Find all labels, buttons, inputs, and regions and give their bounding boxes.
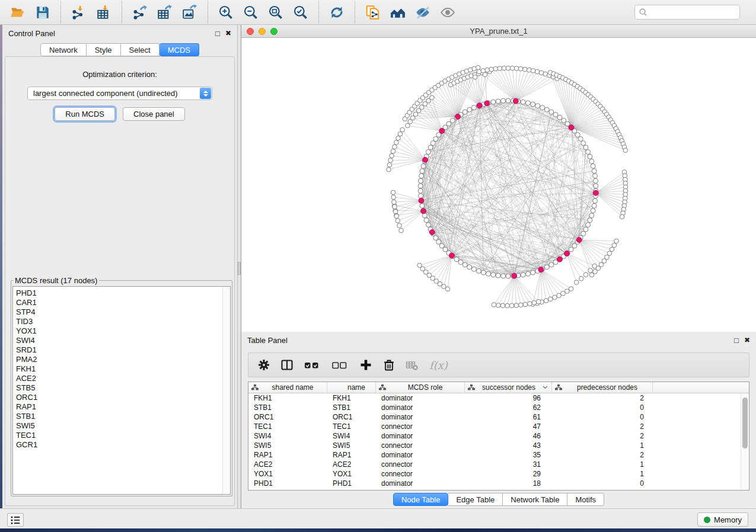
mcds-result-item[interactable]: TID3 xyxy=(16,317,222,326)
splitter-grip[interactable] xyxy=(238,262,241,275)
table-row[interactable]: ACE2ACE2connector311 xyxy=(248,460,749,469)
tab-style[interactable]: Style xyxy=(87,43,121,56)
mcds-result-item[interactable]: GCR1 xyxy=(16,440,222,450)
cell: SWI5 xyxy=(248,441,327,450)
mcds-result-item[interactable]: FKH1 xyxy=(16,364,222,374)
cell: RAP1 xyxy=(327,451,376,459)
result-scrollbar[interactable] xyxy=(222,287,230,494)
mcds-result-item[interactable]: RAP1 xyxy=(16,402,222,412)
network-canvas[interactable] xyxy=(241,38,756,332)
unchecked-boxes-icon[interactable] xyxy=(331,358,350,372)
column-header-successor-nodes[interactable]: successor nodes xyxy=(465,382,552,393)
list-icon xyxy=(10,515,21,525)
mcds-result-item[interactable]: STB5 xyxy=(16,383,222,393)
cell: STB1 xyxy=(248,403,327,412)
plus-icon[interactable] xyxy=(359,358,373,372)
mcds-result-item[interactable]: PHD1 xyxy=(16,289,222,298)
gear-icon[interactable] xyxy=(257,358,271,372)
tab-motifs[interactable]: Motifs xyxy=(567,493,604,506)
mcds-result-item[interactable]: CAR1 xyxy=(16,298,222,307)
import-network-icon[interactable] xyxy=(71,5,87,20)
cell: PHD1 xyxy=(248,479,327,488)
mcds-result-item[interactable]: TEC1 xyxy=(16,431,222,440)
table-row[interactable]: YOX1YOX1connector291 xyxy=(248,469,749,479)
network-graph[interactable] xyxy=(241,38,756,332)
cell: 18 xyxy=(465,479,552,488)
houses-icon[interactable] xyxy=(390,5,406,20)
close-panel-icon[interactable]: ✖ xyxy=(744,336,750,344)
save-icon[interactable] xyxy=(35,5,50,20)
clone-network-icon[interactable] xyxy=(365,5,381,20)
table-row[interactable]: STB1STB1dominator620 xyxy=(248,403,749,412)
table-row[interactable]: PHD1PHD1dominator180 xyxy=(248,479,749,488)
close-panel-button[interactable]: Close panel xyxy=(123,107,185,121)
column-header-shared-name[interactable]: shared name xyxy=(248,382,327,393)
delete-column-icon[interactable] xyxy=(405,358,419,372)
cell: 96 xyxy=(465,394,552,402)
table-row[interactable]: RAP1RAP1dominator352 xyxy=(248,450,749,460)
table-toolbar: f(x) xyxy=(248,352,749,377)
memory-button[interactable]: Memory xyxy=(697,512,748,527)
mcds-result-item[interactable]: ACE2 xyxy=(16,374,222,383)
import-table-icon[interactable] xyxy=(96,5,111,20)
table-row[interactable]: SWI4SWI4dominator462 xyxy=(248,431,749,441)
scrollbar-thumb[interactable] xyxy=(742,398,748,448)
close-panel-icon[interactable]: ✖ xyxy=(225,30,231,37)
cell: connector xyxy=(376,460,465,469)
mcds-result-item[interactable]: ORC1 xyxy=(16,393,222,402)
cell: dominator xyxy=(376,479,465,488)
mcds-result-group: MCDS result (17 nodes) PHD1CAR1STP4TID3Y… xyxy=(11,276,232,496)
cell: FKH1 xyxy=(327,394,376,402)
tab-network[interactable]: Network xyxy=(40,43,87,56)
trash-icon[interactable] xyxy=(382,358,396,372)
cell: SWI5 xyxy=(327,441,376,450)
cell: 0 xyxy=(552,413,653,421)
export-image-icon[interactable] xyxy=(182,5,197,20)
tab-select[interactable]: Select xyxy=(121,43,160,56)
table-row[interactable]: TEC1TEC1connector472 xyxy=(248,422,749,431)
zoom-fit-icon[interactable] xyxy=(268,5,283,20)
float-window-icon[interactable]: □ xyxy=(734,336,739,344)
table-row[interactable]: ORC1ORC1dominator610 xyxy=(248,412,749,422)
node-table: shared namenameMCDS rolesuccessor nodesp… xyxy=(248,382,749,491)
open-folder-icon[interactable] xyxy=(10,5,25,20)
search-field[interactable] xyxy=(634,5,740,20)
checked-boxes-icon[interactable] xyxy=(303,358,322,372)
tab-mcds[interactable]: MCDS xyxy=(160,43,199,56)
run-mcds-button[interactable]: Run MCDS xyxy=(55,107,115,121)
mcds-result-item[interactable]: SRD1 xyxy=(16,345,222,355)
column-header-name[interactable]: name xyxy=(327,382,376,393)
float-window-icon[interactable]: □ xyxy=(215,30,220,37)
refresh-icon[interactable] xyxy=(329,5,344,20)
mcds-result-item[interactable]: YOX1 xyxy=(16,326,222,336)
mcds-result-item[interactable]: STP4 xyxy=(16,307,222,317)
eye-slash-icon[interactable] xyxy=(415,5,430,20)
tab-node-table[interactable]: Node Table xyxy=(393,493,449,506)
column-header-MCDS-role[interactable]: MCDS role xyxy=(376,382,465,393)
export-network-icon[interactable] xyxy=(132,5,148,20)
search-icon xyxy=(639,8,647,17)
mcds-result-item[interactable]: STB1 xyxy=(16,412,222,421)
search-input[interactable] xyxy=(647,7,739,18)
zoom-out-icon[interactable] xyxy=(243,5,259,20)
criterion-select[interactable]: largest connected component (undirected) xyxy=(27,86,212,100)
tab-network-table[interactable]: Network Table xyxy=(503,493,567,506)
columns-icon[interactable] xyxy=(280,358,294,372)
panel-splitter[interactable] xyxy=(237,25,241,508)
table-row[interactable]: FKH1FKH1dominator962 xyxy=(248,393,749,403)
function-icon[interactable]: f(x) xyxy=(429,359,448,371)
mcds-result-item[interactable]: SWI4 xyxy=(16,336,222,345)
show-panels-button[interactable] xyxy=(7,513,24,527)
mcds-result-item[interactable]: PMA2 xyxy=(16,355,222,364)
cell: 61 xyxy=(465,413,552,421)
export-table-icon[interactable] xyxy=(157,5,173,20)
zoom-in-icon[interactable] xyxy=(218,5,234,20)
table-scrollbar[interactable] xyxy=(741,394,748,489)
zoom-selected-icon[interactable] xyxy=(293,5,308,20)
column-header-predecessor-nodes[interactable]: predecessor nodes xyxy=(552,382,653,393)
mcds-result-item[interactable]: SWI5 xyxy=(16,421,222,431)
tab-edge-table[interactable]: Edge Table xyxy=(448,493,503,506)
table-row[interactable]: SWI5SWI5connector431 xyxy=(248,441,749,450)
eye-icon[interactable] xyxy=(440,5,455,20)
cell: 2 xyxy=(552,394,653,402)
